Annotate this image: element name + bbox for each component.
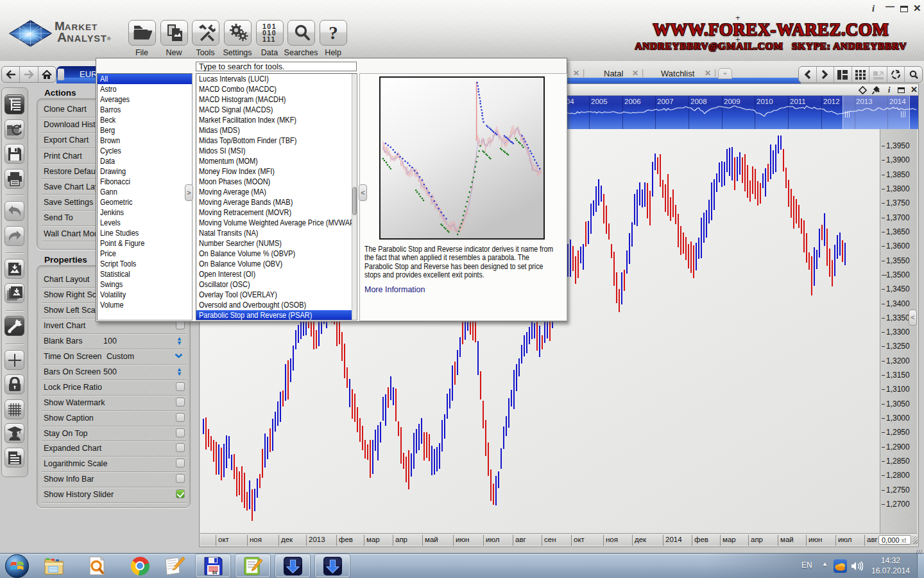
- svg-text:64: 64: [212, 570, 218, 575]
- svg-text:111: 111: [262, 35, 276, 42]
